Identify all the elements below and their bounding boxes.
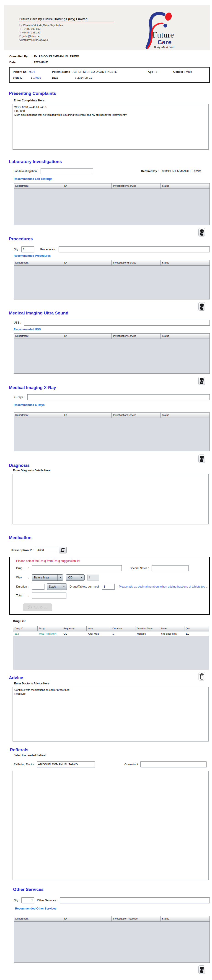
other-services-label: Other Services : — [37, 899, 58, 902]
column-header-department: Department — [14, 260, 63, 265]
other-services-table-body[interactable] — [14, 921, 209, 963]
consultation-page: Future Care by Future Holdings (Pty) Lim… — [0, 0, 212, 980]
complaints-textarea[interactable]: WBC- 6730, n- 46.8,L- 45.5 HB- 12.0 Mum … — [13, 104, 209, 150]
other-services-row: Qty : Other Services : — [14, 897, 212, 904]
frequency-dropdown[interactable]: OD ▼ — [66, 574, 85, 581]
column-header-status: Status — [161, 260, 210, 265]
consult-date-line: Date:2024-08-01 — [10, 61, 210, 64]
duration-unit-dropdown[interactable]: Day/s ▼ — [47, 584, 67, 590]
uss-input[interactable] — [24, 320, 210, 326]
trash-icon — [199, 303, 204, 310]
drug-list-table: Drug ID Drug Fequency Way Duration Durat… — [13, 626, 209, 670]
section-title-laboratory: Laboratory Investigations — [9, 159, 212, 164]
refresh-icon — [60, 547, 65, 552]
section-title-referrals: Refferals — [10, 748, 212, 752]
lab-table-body[interactable] — [14, 189, 209, 225]
delete-xray-button[interactable] — [198, 455, 205, 463]
delete-procedures-button[interactable] — [198, 302, 205, 310]
other-services-input[interactable] — [60, 897, 210, 904]
procedures-qty-label: Qty : — [14, 248, 19, 251]
uss-table: Department ID Investigation/Service Stat… — [14, 333, 210, 374]
xray-table-body[interactable] — [14, 418, 209, 451]
trash-icon — [199, 229, 204, 236]
section-title-presenting-complaints: Presenting Complaints — [9, 91, 212, 96]
duration-row: Duration : Day/s ▼ Drugs/Tablets per mea… — [16, 584, 209, 590]
uss-trash-row — [0, 377, 205, 385]
total-input[interactable] — [32, 593, 66, 598]
column-header-id: ID — [63, 183, 112, 188]
recommended-uss-label: Recommended USS — [14, 328, 212, 331]
qty-cell: 1.0 — [185, 632, 209, 635]
letterhead-text: Future Care by Future Holdings (Pty) Lim… — [19, 17, 114, 41]
patient-id-value: 7584 — [29, 70, 35, 73]
drug-name-cell: MULTIVITAMIN — [38, 632, 62, 635]
column-header-id: ID — [63, 916, 112, 921]
referring-doctor-input[interactable] — [37, 762, 95, 767]
drug-table-body[interactable] — [13, 636, 209, 670]
recommended-xray-label: Recommended X-Rays — [14, 403, 212, 407]
xray-table: Department ID Investigation/Service Stat… — [14, 412, 210, 451]
total-row: Total : — [16, 593, 209, 598]
visit-date-value: 2024-08-01 — [77, 76, 92, 80]
xray-trash-row — [0, 455, 205, 463]
lab-investigation-input[interactable] — [40, 168, 93, 174]
column-header-investigation: Investigation / Service — [112, 916, 161, 921]
table-header: Drug ID Drug Fequency Way Duration Durat… — [13, 626, 209, 632]
trash-icon — [199, 378, 204, 385]
column-header-way: Way — [87, 626, 111, 631]
column-header-id: ID — [63, 413, 112, 418]
fraction-note: Please add as decimal numbers when addin… — [119, 585, 209, 588]
add-drug-button[interactable]: + Add Drug — [23, 603, 52, 611]
special-notes-input[interactable] — [152, 565, 188, 571]
table-row[interactable]: 232 MULTIVITAMIN OD After Meal 1 Month/s… — [13, 632, 209, 636]
lab-trash-row — [0, 228, 205, 237]
consultant-input[interactable] — [140, 762, 207, 767]
procedures-qty-input[interactable] — [21, 247, 34, 252]
company-address: Le Chainter,Victoria,Mahe,Seychelles — [19, 24, 114, 27]
consulted-by-line: Consulted By:Dr. ABIODUN EMMANUEL TAIWO — [10, 55, 210, 58]
diagnosis-textarea[interactable] — [13, 474, 209, 524]
drug-list-label: Drug List — [13, 620, 212, 623]
consultant-label: Consultant — [124, 763, 138, 766]
visit-id-label: Visit ID — [13, 76, 31, 80]
drug-input[interactable] — [32, 565, 122, 571]
advice-textarea[interactable]: Continue with medications as earlier pre… — [13, 687, 209, 741]
patient-id-label: Patient ID — [13, 70, 26, 73]
trash-outline-icon — [199, 673, 205, 680]
delete-other-services-button[interactable] — [198, 966, 205, 974]
drug-row: Drug : Special Notes : — [16, 565, 209, 571]
refresh-prescription-button[interactable] — [59, 547, 67, 554]
advice-header-row: Advice — [0, 672, 205, 681]
svg-text:Future: Future — [153, 30, 174, 39]
trash-icon — [199, 455, 204, 462]
visit-id-value: 14691 — [33, 76, 41, 80]
per-meal-label: Drugs/Tablets per meal : — [69, 585, 100, 588]
consult-date-label: Date — [10, 61, 31, 64]
meal-dropdown[interactable]: Before Meal ▼ — [32, 574, 63, 581]
uss-table-body[interactable] — [14, 339, 209, 373]
procedures-input[interactable] — [59, 247, 210, 252]
duration-input[interactable] — [32, 584, 45, 590]
column-header-department: Department — [14, 413, 63, 418]
trash-icon — [199, 966, 204, 973]
referring-doctor-row: Reffering Doctor Consultant — [14, 762, 212, 767]
referral-list-box[interactable] — [13, 771, 209, 880]
prescription-id-input[interactable] — [36, 547, 57, 553]
referring-doctor-label: Reffering Doctor — [14, 763, 34, 766]
recommended-lab-testings-label: Recommended Lab Testings — [14, 177, 212, 181]
xray-input[interactable] — [27, 394, 210, 400]
delete-lab-button[interactable] — [198, 228, 205, 237]
company-name: Future Care by Future Holdings (Pty) Lim… — [19, 17, 114, 22]
table-header: Department ID Investigation/Service Stat… — [14, 334, 209, 339]
per-meal-input[interactable] — [102, 584, 115, 590]
delete-advice-button[interactable] — [198, 672, 205, 681]
delete-uss-button[interactable] — [198, 377, 205, 385]
other-qty-input[interactable] — [21, 897, 34, 904]
procedures-table-body[interactable] — [14, 266, 209, 299]
uss-label: USS : — [14, 321, 21, 324]
lab-results-table: Department ID Investigation/Service Stat… — [14, 183, 210, 225]
company-number: Company No.8417652-2 — [19, 38, 114, 41]
section-title-advice: Advice — [9, 675, 23, 680]
lab-investigation-label: Lab Investingation : — [14, 170, 38, 173]
future-care-logo: Future Care ♥ Body Mind Soul — [137, 10, 178, 50]
